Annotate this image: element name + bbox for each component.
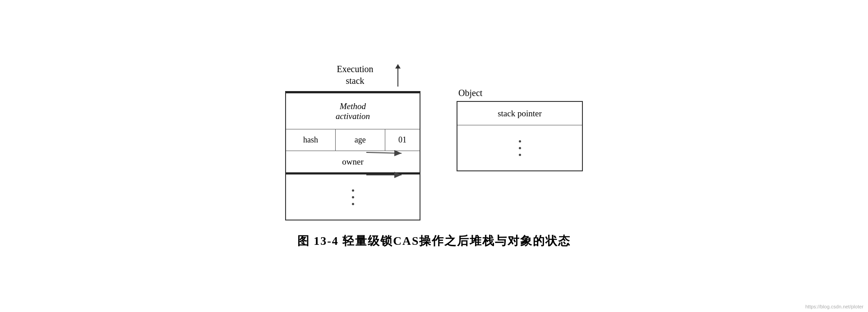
diagram-area: Execution stack Method activation has <box>231 63 637 220</box>
arrow-up-head <box>395 64 401 69</box>
watermark: https://blog.csdn.net/ploter <box>805 304 863 309</box>
obj-dot-3 <box>519 154 521 156</box>
object-box: stack pointer <box>457 101 583 171</box>
execution-stack-title: Execution stack <box>332 63 373 87</box>
figure-description: 轻量级锁CAS操作之后堆栈与对象的状态 <box>339 234 571 248</box>
hash-cell: hash <box>286 129 336 151</box>
obj-dot-1 <box>519 140 521 142</box>
dot-2 <box>352 196 354 198</box>
obj-dot-2 <box>519 147 521 149</box>
hash-age-row: hash age 01 <box>286 129 420 151</box>
figure-caption: 图 13-4 轻量级锁CAS操作之后堆栈与对象的状态 <box>297 233 571 249</box>
owner-row: owner <box>286 151 420 173</box>
up-arrow <box>395 64 401 87</box>
dot-3 <box>352 203 354 205</box>
dot-1 <box>352 189 354 192</box>
arrow-up-line <box>397 69 398 87</box>
zero1-cell: 01 <box>385 129 420 151</box>
object-wrapper: Object stack pointer <box>457 88 583 171</box>
method-activation-row: Method activation <box>286 93 420 129</box>
object-dots-area <box>457 125 582 170</box>
stack-wrapper: Execution stack Method activation has <box>285 63 420 220</box>
execution-stack-header: Execution stack <box>285 63 420 91</box>
stack-box: Method activation hash age 01 ow <box>285 91 420 220</box>
stack-dots-area <box>286 174 420 220</box>
method-activation-label: Method activation <box>336 101 370 121</box>
object-label: Object <box>457 88 482 98</box>
age-cell: age <box>336 129 385 151</box>
figure-number: 图 13-4 <box>297 234 339 248</box>
stack-pointer-row: stack pointer <box>457 102 582 125</box>
diagram-container: Execution stack Method activation has <box>0 63 868 249</box>
